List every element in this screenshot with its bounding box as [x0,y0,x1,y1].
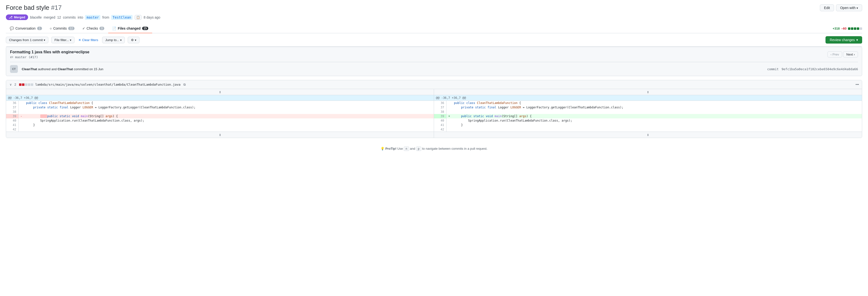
target-branch[interactable]: master [85,15,100,20]
file-filter-button[interactable]: File filter... [51,37,74,43]
tab-commits[interactable]: ○ Commits 12 [46,24,79,33]
gear-chevron [135,38,136,42]
file-filter-label: File filter... [55,38,69,42]
source-branch[interactable]: TestClean [111,15,133,20]
hunk-header-text-right: @@ -36,7 +36,7 @@ [436,96,466,100]
code-text [79,114,81,118]
commit-author-name: CleanThat authored and CleanThat committ… [22,67,103,71]
line-content-left-42 [24,127,434,132]
tab-checks[interactable]: ✓ Checks 0 [79,24,108,33]
line-content-right-40: SpringApplication.run(CleanThatLambdaFun… [452,118,862,123]
checks-label: Checks [87,26,98,30]
review-changes-button[interactable]: Review changes ▾ [826,36,862,44]
line-sign-right-38 [446,110,452,114]
x-icon: ✕ [79,38,81,42]
commit-count: 12 [57,16,61,19]
code-text: ) { [113,114,118,118]
expand-down-right-button[interactable]: ⇕ [434,132,862,138]
key-p: p [416,146,421,151]
committer-name: CleanThat [58,67,73,71]
code-text: void [486,114,493,118]
table-row: 36 public class CleanThatLambdaFunction … [434,101,862,105]
jump-to-button[interactable]: Jump to... [102,37,125,43]
table-row: 41 } [6,123,434,127]
code-text: } [454,123,463,127]
code-text: } [26,123,35,127]
branch-name: master [15,55,27,59]
split-diff: ⇕ @@ -36,7 +36,7 @@ 36 public class Clea… [6,89,862,138]
commits-label: Commits [53,26,67,30]
code-text [47,101,49,105]
line-num-right-36: 36 [434,101,446,105]
protip: 💡 ProTip! Use n and p to navigate betwee… [6,142,862,155]
changes-from-label: Changes from 1 commit [9,38,43,42]
line-sign-left-39: - [18,114,24,118]
pr-title: Force bad style #17 [6,4,62,11]
protip-bold: ProTip! [385,147,396,151]
diff-expand-button[interactable]: ∨ [9,82,12,87]
line-num-left-38: 38 [6,110,18,114]
prev-commit-button[interactable]: Prev [828,51,842,57]
code-text: SpringApplication.run(CleanThatLambdaFun… [454,119,572,122]
code-text [493,114,495,118]
line-content-right-42 [452,127,862,132]
additions-count: +318 [833,27,840,30]
commit-label: commit [767,67,779,71]
line-num-left-36: 36 [6,101,18,105]
gear-button[interactable]: ⚙ [128,37,140,43]
edit-button[interactable]: Edit [820,4,834,11]
tab-conversation[interactable]: 💬 Conversation 1 [6,24,46,33]
branch-icon: 🏷 [10,55,13,59]
code-text [26,106,33,109]
prev-chevron [831,53,833,56]
code-text: main [495,114,502,118]
stat-bar-red-1 [19,83,22,86]
open-with-button[interactable]: Open with [836,4,862,11]
tabs-row: 💬 Conversation 1 ○ Commits 12 ✓ Checks 0… [6,24,862,33]
code-text: CleanThatLambdaFunction [49,101,90,105]
diff-bar-3 [854,27,856,30]
expand-down-left-button[interactable]: ⇕ [6,132,434,138]
line-sign-right-40 [446,118,452,123]
avatar-text: CT [12,68,16,71]
table-row: 38 [6,110,434,114]
line-content-right-36: public class CleanThatLambdaFunction { [452,101,862,105]
tab-files-changed[interactable]: 📄 Files changed 15 [108,24,152,33]
table-row: 39 - public static void main(String[] ar… [6,114,434,118]
expand-up-right-button[interactable]: ⇕ [434,89,862,95]
changes-from-button[interactable]: Changes from 1 commit [6,37,49,43]
next-commit-button[interactable]: Next [843,51,858,57]
line-sign-left-37 [18,105,24,110]
code-text: public [454,101,465,105]
line-sign-left-42 [18,127,24,132]
code-text [26,114,40,118]
code-text: static [473,114,484,118]
line-num-right-40: 40 [434,118,446,123]
code-text: { [518,101,521,105]
file-filter-chevron [70,38,71,42]
commit-title: Formatting 1 java files with engine=ecli… [10,50,89,54]
code-text: args [105,114,113,118]
code-text: final [488,106,496,109]
diff-file-header: ∨ 2 lambda/src/main/java/eu/solven/clean… [6,80,862,89]
jump-to-label: Jump to... [105,38,119,42]
pr-number: #17 [51,4,62,11]
code-text: ) { [526,114,532,118]
table-row: 42 [6,127,434,132]
copy-branch-button[interactable]: 📋 [134,15,142,20]
clear-filters-button[interactable]: ✕ Clear filters [78,37,99,43]
code-text: Logger [68,106,83,109]
code-text [484,114,486,118]
protip-text: Use [397,147,404,151]
expand-up-button[interactable]: ⇕ [6,89,434,95]
pr-action: merged [44,16,55,19]
open-with-label: Open with [840,6,856,10]
protip-middle: and [410,147,416,151]
copy-path-button[interactable]: ⧉ [183,83,186,87]
diff-more-button[interactable]: ••• [856,83,859,86]
line-content-right-38 [452,110,862,114]
into-text: into [78,16,83,19]
code-text: { [90,101,93,105]
line-num-left-40: 40 [6,118,18,123]
time-ago: 8 days ago [144,16,160,19]
